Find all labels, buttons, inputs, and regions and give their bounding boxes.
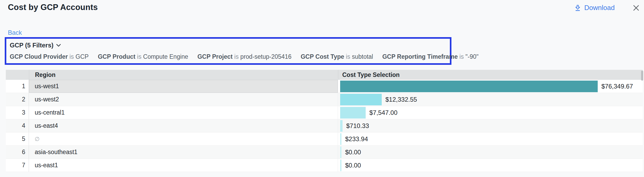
region-cell[interactable]: asia-southeast1 [29,146,338,159]
cost-value: $76,349.67 [601,83,633,90]
download-icon [574,4,581,12]
cost-value: $0.00 [345,162,361,169]
row-number: 2 [6,93,29,106]
filter-list: GCP Cloud Provider is GCP GCP Product is… [10,53,450,60]
cost-bar[interactable] [340,94,382,105]
region-cell[interactable]: us-east1 [29,159,338,172]
bar-cell: $0.00 [338,146,643,159]
row-number-column-header [6,70,29,80]
table-row[interactable]: 4 us-east4 $710.33 [6,119,643,132]
row-number: 1 [6,80,29,93]
download-button[interactable]: Download [574,4,615,12]
bar-cell: $0.00 [338,159,643,172]
filter-summary-dropdown[interactable]: GCP (5 Filters) [10,41,450,50]
row-number: 4 [6,119,29,132]
filter-chip: GCP Product is Compute Engine [98,53,188,60]
bar-cell: $76,349.67 [338,80,643,93]
region-cell[interactable]: us-west2 [29,93,338,106]
back-link[interactable]: Back [8,29,22,36]
row-number: 5 [6,132,29,145]
bar-cell: $710.33 [338,119,643,132]
cost-bar[interactable] [340,133,341,145]
page-title: Cost by GCP Accounts [8,3,98,12]
cost-value: $233.94 [345,135,368,143]
filter-chip: GCP Project is prod-setup-205416 [197,53,291,60]
cost-value: $7,547.00 [369,109,398,116]
cost-type-selection-column-header[interactable]: Cost Type Selection [338,70,643,80]
table-row[interactable]: 6 asia-southeast1 $0.00 [6,146,643,159]
table-row[interactable]: 3 us-central1 $7,547.00 [6,106,643,119]
filter-group-box: GCP (5 Filters) GCP Cloud Provider is GC… [5,37,451,65]
table-row[interactable]: 7 us-east1 $0.00 [6,159,643,172]
row-number: 3 [6,106,29,119]
cost-bar[interactable] [340,160,341,171]
cost-bar[interactable] [340,81,598,92]
cost-bar[interactable] [340,107,366,119]
close-icon [632,4,640,12]
region-cell[interactable]: us-central1 [29,106,338,119]
table-body: 1 us-west1 $76,349.67 2 us-west2 $12,332… [6,80,643,172]
cost-value: $12,332.55 [385,96,417,103]
cost-table: Region Cost Type Selection 1 us-west1 $7… [6,70,643,172]
cost-bar[interactable] [340,146,341,158]
cost-value: $710.33 [346,122,369,130]
filter-chip: GCP Reporting Timeframe is "-90" [382,53,479,60]
row-number: 6 [6,146,29,159]
filter-chip: GCP Cloud Provider is GCP [10,53,89,60]
table-row[interactable]: 2 us-west2 $12,332.55 [6,93,643,106]
download-label: Download [584,4,615,12]
filter-chip: GCP Cost Type is subtotal [301,53,373,60]
table-header: Region Cost Type Selection [6,70,643,80]
bar-cell: $7,547.00 [338,106,643,119]
region-column-header[interactable]: Region [29,70,338,80]
table-row[interactable]: 1 us-west1 $76,349.67 [6,80,643,93]
region-cell[interactable]: us-east4 [29,119,338,132]
filter-summary-label: GCP (5 Filters) [10,41,53,50]
bar-cell: $12,332.55 [338,93,643,106]
chevron-down-icon [56,44,61,47]
cost-bar[interactable] [340,120,343,132]
vertical-scrollbar-thumb[interactable] [641,71,643,81]
table-row[interactable]: 5 ∅ $233.94 [6,132,643,146]
cost-value: $0.00 [345,149,361,156]
row-number: 7 [6,159,29,172]
region-cell-empty-value[interactable]: ∅ [29,132,338,145]
region-cell[interactable]: us-west1 [29,80,338,93]
close-button[interactable] [631,3,641,13]
bar-cell: $233.94 [338,132,643,145]
